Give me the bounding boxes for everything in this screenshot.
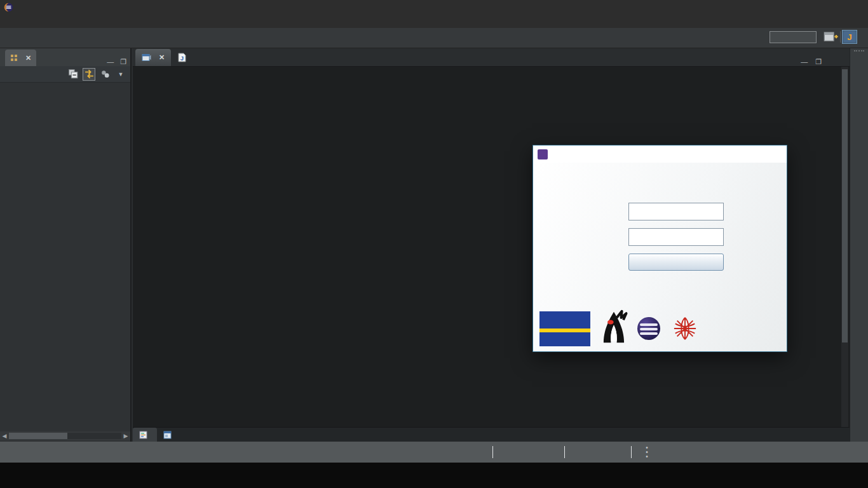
- menu-bar: [0, 14, 868, 28]
- open-perspective-icon[interactable]: [824, 30, 839, 44]
- login-projetus-dialog: [532, 145, 787, 352]
- eclipse-logo-icon: [4, 3, 13, 12]
- tab-mlogin-java[interactable]: J: [171, 49, 197, 66]
- sql-server-logo: [673, 316, 700, 341]
- java-perspective-icon[interactable]: J: [842, 30, 857, 44]
- focus-icon[interactable]: [98, 68, 111, 81]
- jframe-file-icon: [142, 53, 151, 62]
- desktop: J ✕ — ❐ ▼ ◀ ▶: [0, 0, 868, 488]
- svg-text:J: J: [180, 55, 184, 62]
- close-tab-icon[interactable]: ✕: [159, 53, 165, 62]
- editor-bottom-tabs: [133, 427, 850, 442]
- main-toolbar: [0, 28, 868, 48]
- minimized-views-strip: [850, 48, 868, 442]
- strip-handle[interactable]: [854, 50, 864, 55]
- tree-horizontal-scrollbar[interactable]: ◀ ▶: [0, 431, 130, 440]
- close-view-icon[interactable]: ✕: [25, 54, 31, 62]
- minimize-view-icon[interactable]: —: [107, 58, 114, 66]
- eclipse-sphere-icon: [637, 317, 660, 340]
- project-tree: [0, 83, 130, 431]
- senha-input[interactable]: [628, 228, 724, 246]
- windows-taskbar: [0, 463, 868, 488]
- aabb-logo: [539, 311, 590, 346]
- system-tray: [846, 463, 868, 488]
- scrollbar-thumb[interactable]: [842, 69, 848, 342]
- logos-row: [539, 309, 781, 348]
- view-menu-icon[interactable]: ▼: [114, 68, 127, 81]
- usuario-input[interactable]: [628, 203, 724, 220]
- link-with-editor-icon[interactable]: [83, 68, 95, 81]
- package-explorer-panel: ✕ — ❐ ▼ ◀ ▶: [0, 48, 132, 442]
- scrollbar-thumb[interactable]: [9, 433, 67, 439]
- tab-source[interactable]: [133, 428, 157, 442]
- perspective-switcher: J: [824, 30, 857, 44]
- entrar-button[interactable]: [628, 254, 724, 271]
- dialog-body: [533, 163, 787, 351]
- scroll-right-icon[interactable]: ▶: [121, 433, 130, 439]
- package-explorer-header: ✕ — ❐: [0, 48, 130, 66]
- maximize-editor-icon[interactable]: ❐: [815, 58, 822, 66]
- java-file-icon: J: [177, 53, 187, 62]
- quick-access-box[interactable]: [770, 31, 817, 43]
- window-titlebar: [0, 0, 868, 14]
- source-tab-icon: [139, 431, 147, 439]
- svg-text:J: J: [847, 32, 851, 42]
- dialog-app-icon: [538, 149, 548, 159]
- tab-login-java[interactable]: ✕: [135, 49, 171, 66]
- editor-tab-bar: ✕ J — ❐: [133, 48, 850, 67]
- status-bar: •••: [0, 442, 868, 463]
- progress-dots-icon[interactable]: •••: [644, 445, 649, 459]
- editor-vertical-scrollbar[interactable]: [841, 67, 848, 427]
- minimize-editor-icon[interactable]: —: [801, 58, 808, 66]
- scroll-left-icon[interactable]: ◀: [0, 433, 9, 439]
- tab-design[interactable]: [157, 428, 181, 442]
- eclipse-logo: [637, 317, 664, 340]
- maximize-view-icon[interactable]: ❐: [120, 58, 126, 66]
- java-duke-logo: [599, 309, 628, 348]
- collapse-all-icon[interactable]: [67, 68, 79, 81]
- package-explorer-tab[interactable]: ✕: [5, 50, 36, 66]
- package-explorer-toolbar: ▼: [0, 66, 130, 83]
- dialog-titlebar[interactable]: [533, 146, 787, 163]
- package-explorer-tab-icon: [10, 54, 18, 62]
- design-tab-icon: [163, 431, 172, 439]
